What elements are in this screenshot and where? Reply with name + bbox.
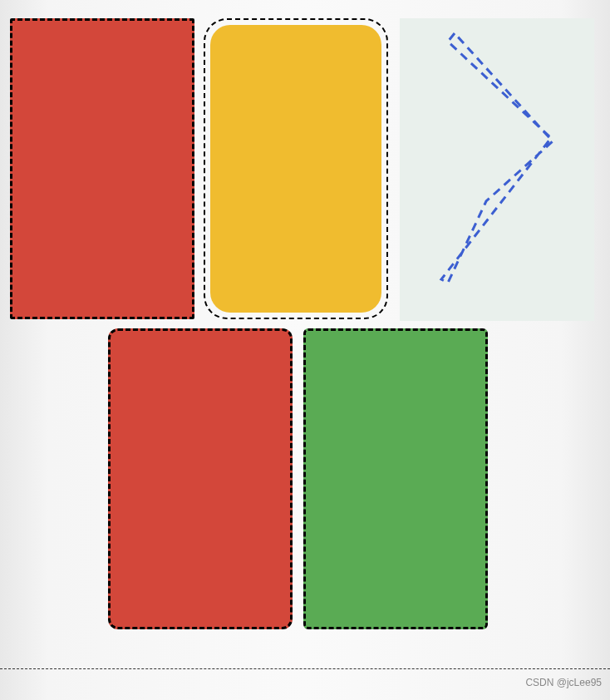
yellow-rounded-rectangle <box>204 18 388 319</box>
divider-line <box>0 668 610 669</box>
arrow-path <box>441 33 553 283</box>
arrow-icon <box>400 18 594 321</box>
green-rectangle <box>303 328 488 629</box>
red-rectangle-top <box>10 18 194 319</box>
arrow-shape-panel <box>400 18 594 321</box>
red-rectangle-bottom <box>108 328 293 629</box>
yellow-dashed-border <box>204 18 388 319</box>
watermark-text: CSDN @jcLee95 <box>525 677 602 688</box>
diagram-canvas: CSDN @jcLee95 <box>0 0 610 700</box>
